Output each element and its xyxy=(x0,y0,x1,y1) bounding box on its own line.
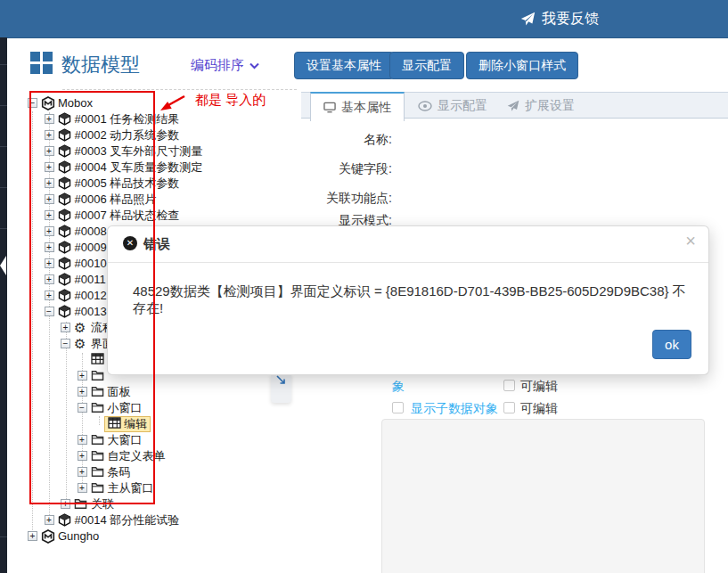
tree-node-label[interactable]: #0002 动力系统参数 xyxy=(75,127,180,143)
tab-label: 显示配置 xyxy=(438,98,487,114)
tree-panel-border xyxy=(62,89,297,90)
collapse-minus-icon[interactable]: − xyxy=(78,403,87,413)
tree-node-label[interactable]: 面板 xyxy=(108,384,131,400)
tree-node-label[interactable]: #0010 xyxy=(75,256,107,272)
tree-node-label[interactable]: #0011 xyxy=(75,272,106,288)
tree-node-selected[interactable]: 编辑 xyxy=(104,416,151,432)
expand-plus-icon[interactable]: + xyxy=(45,242,54,252)
expand-plus-icon[interactable]: + xyxy=(61,499,70,509)
overflow-option-text[interactable]: 象 xyxy=(392,379,405,395)
expand-plus-icon[interactable]: + xyxy=(45,114,54,124)
tree-node-label[interactable]: 小窗口 xyxy=(108,400,143,416)
tree-node: +#0007 样品状态检查 xyxy=(0,208,303,224)
expand-plus-icon[interactable]: + xyxy=(78,387,87,397)
tab-basic-attributes[interactable]: 基本属性 xyxy=(310,92,405,121)
cube-icon xyxy=(58,257,72,271)
close-icon[interactable]: × xyxy=(685,231,696,251)
tab-extended-settings[interactable]: 扩展设置 xyxy=(495,92,587,119)
tree-node-label[interactable]: #0005 样品技术参数 xyxy=(75,176,180,192)
cube-icon xyxy=(58,144,72,159)
expand-plus-icon[interactable]: + xyxy=(45,194,54,204)
tree-node: −小窗口 xyxy=(0,400,303,416)
editable-checkbox-1[interactable] xyxy=(503,380,515,391)
expand-plus-icon[interactable]: + xyxy=(45,146,54,156)
expand-plus-icon[interactable]: + xyxy=(78,371,87,381)
expand-plus-icon[interactable]: + xyxy=(78,451,87,461)
tree-node-label[interactable]: #0013 xyxy=(75,304,107,320)
folder-icon xyxy=(74,497,88,512)
tree-node-label[interactable]: #0009 xyxy=(75,240,107,256)
tree-node-label[interactable]: 自定义表单 xyxy=(108,448,166,464)
expand-plus-icon[interactable]: + xyxy=(78,483,87,493)
tree-node-label[interactable]: 大窗口 xyxy=(108,432,143,448)
tree-node: +#0004 叉车质量参数测定 xyxy=(0,160,303,176)
expand-plus-icon[interactable]: + xyxy=(28,531,37,541)
editable-label-1: 可编辑 xyxy=(520,379,558,395)
folder-icon xyxy=(91,449,105,463)
tree-node-label[interactable]: 条码 xyxy=(108,464,131,480)
content-textarea[interactable] xyxy=(381,419,705,573)
expand-plus-icon[interactable]: + xyxy=(45,210,54,220)
tree-node-label[interactable]: #0001 任务检测结果 xyxy=(75,111,180,127)
tree-node-label[interactable]: Gungho xyxy=(58,528,99,544)
show-child-object-label: 显示子数据对象 xyxy=(411,401,498,417)
expand-plus-icon[interactable]: + xyxy=(45,162,54,172)
tab-display-config[interactable]: 显示配置 xyxy=(405,92,500,119)
cube-icon xyxy=(58,192,72,207)
show-child-object-checkbox[interactable] xyxy=(392,402,404,413)
expand-plus-icon[interactable]: + xyxy=(45,258,54,268)
collapse-minus-icon[interactable]: − xyxy=(28,98,37,108)
tree-node-label[interactable]: 关联 xyxy=(91,496,114,512)
set-basic-attr-button[interactable]: 设置基本属性 xyxy=(294,52,394,79)
gear-icon: ⚙ xyxy=(74,321,88,335)
topbar: 我要反馈 xyxy=(0,0,728,38)
tree-node-label[interactable]: #0014 部分性能试验 xyxy=(75,512,180,528)
tree-node-label[interactable]: 主从窗口 xyxy=(108,480,154,496)
delete-small-window-style-button[interactable]: 删除小窗口样式 xyxy=(466,52,578,79)
tree-node: +#0002 动力系统参数 xyxy=(0,127,303,143)
tree-node-label[interactable]: #0006 样品照片 xyxy=(75,192,157,208)
collapse-minus-icon[interactable]: − xyxy=(61,339,70,348)
collapse-minus-icon[interactable]: − xyxy=(45,307,54,316)
tree-node-label[interactable]: #0008 xyxy=(75,224,107,240)
expand-plus-icon[interactable]: + xyxy=(45,291,54,300)
folder-icon xyxy=(91,369,105,383)
tree-node-label[interactable]: #0007 样品状态检查 xyxy=(75,208,180,224)
tree-node-label[interactable]: #0004 叉车质量参数测定 xyxy=(75,160,203,176)
expand-plus-icon[interactable]: + xyxy=(45,130,54,140)
page-title: 数据模型 xyxy=(61,52,140,78)
feedback-button[interactable]: 我要反馈 xyxy=(520,10,599,29)
sort-dropdown[interactable]: 编码排序 xyxy=(191,57,259,74)
ok-button[interactable]: ok xyxy=(652,330,691,359)
folder-icon xyxy=(91,465,105,479)
expand-plus-icon[interactable]: + xyxy=(78,435,87,445)
folder-icon xyxy=(91,481,105,495)
tab-strip: 基本属性 显示配置 扩展设置 xyxy=(301,92,728,119)
cube-icon xyxy=(58,209,72,223)
tree-node-label[interactable]: #0012 xyxy=(75,288,107,304)
tree-node-label[interactable]: Mobox xyxy=(58,95,93,111)
eye-icon xyxy=(418,101,432,111)
expand-plus-icon[interactable]: + xyxy=(45,178,54,188)
editable-label-2: 可编辑 xyxy=(520,401,558,417)
expand-plus-icon[interactable]: + xyxy=(45,226,54,236)
expand-plus-icon[interactable]: + xyxy=(78,467,87,477)
folder-icon xyxy=(91,401,105,415)
diagonal-arrow-icon xyxy=(276,375,286,385)
sort-label: 编码排序 xyxy=(191,57,244,74)
gear-icon: ⚙ xyxy=(74,337,88,351)
expand-plus-icon[interactable]: + xyxy=(61,323,70,332)
table-icon xyxy=(91,353,105,367)
tree-node-label[interactable]: #0003 叉车外部尺寸测量 xyxy=(75,143,203,160)
display-config-button[interactable]: 显示配置 xyxy=(389,52,464,79)
tree-node: +Gungho xyxy=(0,528,303,544)
tree-node: +大窗口 xyxy=(0,432,303,448)
tree-node: 编辑 xyxy=(0,416,303,432)
expand-plus-icon[interactable]: + xyxy=(45,515,54,525)
folder-icon xyxy=(91,433,105,447)
modal-message: 48529数据类【检测项目】界面定义标识 = {8E91816D-D701-43… xyxy=(133,283,696,317)
expand-plus-icon[interactable]: + xyxy=(45,274,54,284)
modal-title: 错误 xyxy=(143,236,170,253)
tree-node: +面板 xyxy=(0,384,303,400)
editable-checkbox-2[interactable] xyxy=(503,402,515,413)
